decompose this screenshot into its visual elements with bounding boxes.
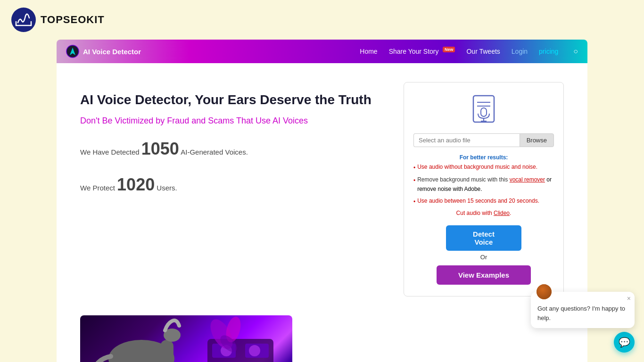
- bullet-dot-3: •: [413, 197, 415, 206]
- nav-tweets[interactable]: Our Tweets: [466, 48, 500, 55]
- navbar: AI Voice Detector Home Share Your Story …: [57, 40, 587, 63]
- sub-title: Don't Be Victimized by Fraud and Scams T…: [80, 116, 385, 126]
- tip-row-2: • Remove background music with this voca…: [413, 175, 554, 194]
- file-input-row: Browse: [413, 133, 554, 147]
- hero-image: [80, 315, 292, 362]
- detect-voice-button[interactable]: Detect Voice: [446, 225, 521, 251]
- nav-links: Home Share Your Story New Our Tweets Log…: [360, 47, 578, 56]
- clideo-link[interactable]: Clideo: [494, 210, 510, 216]
- hero-image-inner: [80, 315, 292, 362]
- chat-avatar: [536, 283, 553, 300]
- chat-icon: 💬: [619, 337, 630, 348]
- image-section: [57, 315, 587, 362]
- stat-users-prefix: We Protect: [80, 184, 115, 192]
- tips-header: For better results:: [413, 153, 554, 162]
- svg-rect-8: [481, 108, 487, 116]
- stat-voices: We Have Detected 1050 AI-Generated Voice…: [80, 139, 385, 159]
- stat-users: We Protect 1020 Users.: [80, 175, 385, 195]
- logo-text: TOPSEOKIT: [41, 14, 105, 26]
- nav-share-story[interactable]: Share Your Story New: [389, 47, 455, 56]
- stat-users-suffix: Users.: [157, 184, 177, 192]
- new-badge: New: [443, 47, 455, 52]
- browse-button[interactable]: Browse: [520, 133, 554, 147]
- main-title: AI Voice Detector, Your Ears Deserve the…: [80, 91, 385, 108]
- tip-2: Remove background music with this vocal …: [417, 175, 554, 194]
- chat-text: Got any questions? I'm happy to help.: [537, 304, 628, 322]
- main-content: AI Voice Detector, Your Ears Deserve the…: [57, 63, 587, 315]
- tip-1: Use audio without background music and n…: [417, 162, 537, 172]
- top-bar: TOPSEOKIT: [0, 0, 644, 40]
- nav-pricing[interactable]: pricing: [539, 48, 558, 55]
- view-examples-button[interactable]: View Examples: [437, 265, 531, 285]
- leaves-decoration: [207, 315, 245, 362]
- vocal-remover-link[interactable]: vocal remover: [510, 176, 545, 183]
- bullet-dot-1: •: [413, 163, 415, 173]
- svg-point-23: [249, 345, 260, 356]
- tip-row-3: • Use audio between 15 seconds and 20 se…: [413, 196, 554, 206]
- tips-section: For better results: • Use audio without …: [413, 153, 554, 218]
- logo-icon: [11, 8, 36, 32]
- svg-rect-12: [160, 340, 173, 362]
- upload-panel: Browse For better results: • Use audio w…: [404, 82, 564, 296]
- nav-brand-icon: [66, 45, 79, 58]
- chat-button[interactable]: 💬: [614, 332, 635, 353]
- logo-wrapper[interactable]: TOPSEOKIT: [11, 8, 105, 32]
- search-icon[interactable]: ○: [573, 47, 578, 56]
- stat-voices-count: 1050: [141, 139, 179, 158]
- stat-users-count: 1020: [117, 175, 155, 194]
- mic-icon-wrapper: [469, 94, 499, 126]
- chat-bubble: × Got any questions? I'm happy to help.: [531, 292, 635, 328]
- tip-4: Cut audio with Clideo.: [413, 208, 554, 218]
- stat-voices-prefix: We Have Detected: [80, 148, 140, 156]
- left-section: AI Voice Detector, Your Ears Deserve the…: [80, 82, 385, 296]
- nav-home[interactable]: Home: [360, 48, 377, 55]
- nav-login[interactable]: Login: [512, 48, 528, 55]
- horse-silhouette: [80, 316, 212, 362]
- audio-file-input[interactable]: [413, 133, 520, 147]
- stat-voices-suffix: AI-Generated Voices.: [181, 148, 248, 156]
- avatar-face: [537, 284, 552, 299]
- nav-brand: AI Voice Detector: [66, 45, 360, 58]
- close-icon[interactable]: ×: [627, 295, 631, 302]
- tip-row-1: • Use audio without background music and…: [413, 162, 554, 173]
- nav-brand-label: AI Voice Detector: [83, 48, 141, 56]
- tip-3: Use audio between 15 seconds and 20 seco…: [417, 196, 539, 206]
- or-text: Or: [480, 254, 487, 261]
- svg-point-0: [11, 8, 36, 32]
- chat-widget: × Got any questions? I'm happy to help. …: [531, 292, 635, 353]
- bullet-dot-2: •: [413, 176, 415, 185]
- microphone-icon: [469, 94, 499, 124]
